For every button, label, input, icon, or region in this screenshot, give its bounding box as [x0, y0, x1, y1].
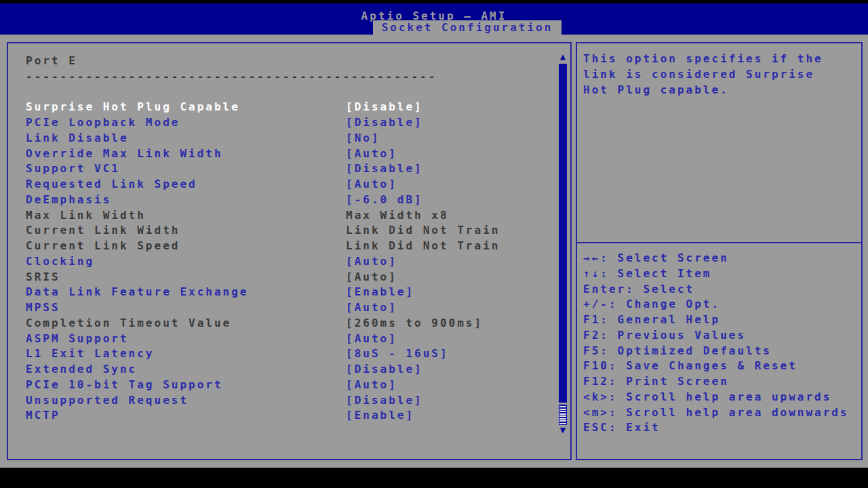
section-title: Port E	[26, 54, 77, 67]
legend-list: →←: Select Screen ↑↓: Select Item Enter:…	[583, 251, 860, 436]
legend-row-3: +/-: Change Opt.	[583, 297, 860, 312]
menu-item-value: [Disable]	[346, 393, 423, 409]
menu-item-value: Max Width x8	[346, 208, 449, 224]
menu-item-surprise-hot-plug-capable[interactable]: Surprise Hot Plug Capable [Disable]	[26, 100, 543, 115]
menu-item-value: [8uS - 16uS]	[346, 346, 449, 362]
menu-item-label: Link Disable	[26, 131, 129, 144]
menu-item-label: PCIe Loopback Mode	[26, 116, 180, 129]
menu-item-label: ASPM Support	[26, 332, 129, 345]
menu-item-pcie-loopback-mode[interactable]: PCIe Loopback Mode [Disable]	[26, 115, 543, 131]
menu-item-value: [Auto]	[346, 378, 397, 393]
menu-item-value: [Disable]	[346, 100, 423, 115]
legend-row-1: ↑↓: Select Item	[583, 266, 860, 282]
menu-item-label: Requested Link Speed	[26, 178, 197, 190]
legend-f2: F2: Previous Values	[583, 328, 860, 344]
section-title-row: Port E	[26, 54, 543, 69]
menu-item-label: Support VC1	[26, 162, 120, 175]
menu-item-value: [Auto]	[346, 177, 397, 192]
menu-item-value: [Auto]	[346, 146, 397, 162]
bios-screen: Aptio Setup – AMI Socket Configuration P…	[0, 0, 868, 488]
legend-m: <m>: Scroll help area downwards	[583, 405, 860, 421]
menu-item-deemphasis[interactable]: DeEmphasis [-6.0 dB]	[26, 192, 543, 208]
menu-item-l1-exit-latency[interactable]: L1 Exit Latency [8uS - 16uS]	[26, 346, 543, 362]
menu-item-label: Current Link Speed	[26, 239, 180, 252]
legend-f1: F1: General Help	[583, 312, 860, 328]
menu-item-value: [Enable]	[346, 408, 414, 424]
scrollbar-up-icon[interactable]: ▲	[557, 52, 568, 61]
menu-item-mpss[interactable]: MPSS [Auto]	[26, 300, 543, 316]
menu-item-value: [-6.0 dB]	[346, 192, 423, 208]
menu-item-max-link-width: Max Link Width Max Width x8	[26, 208, 543, 224]
help-panel: This option specifies if the link is con…	[576, 42, 863, 460]
menu-item-label: Current Link Width	[26, 224, 180, 237]
menu-item-aspm-support[interactable]: ASPM Support [Auto]	[26, 331, 543, 347]
legend-enter: Enter: Select	[583, 282, 860, 298]
menu-item-completion-timeout-value: Completion Timeout Value [260ms to 900ms…	[26, 316, 543, 331]
menu-item-unsupported-request[interactable]: Unsupported Request [Disable]	[26, 393, 543, 409]
menu-item-value: Link Did Not Train	[346, 239, 500, 254]
menu-item-label: Surprise Hot Plug Capable	[26, 100, 240, 113]
menu-item-data-link-feature-exchange[interactable]: Data Link Feature Exchange [Enable]	[26, 285, 543, 300]
menu-item-support-vc1[interactable]: Support VC1 [Disable]	[26, 161, 543, 177]
menu-item-value: [260ms to 900ms]	[346, 316, 483, 331]
blank-row	[26, 85, 543, 100]
menu-item-clocking[interactable]: Clocking [Auto]	[26, 254, 543, 270]
menu-item-extended-sync[interactable]: Extended Sync [Disable]	[26, 362, 543, 378]
menu-item-value: [Disable]	[346, 362, 423, 378]
legend-row-0: →←: Select Screen	[583, 251, 860, 266]
menu-item-mctp[interactable]: MCTP [Enable]	[26, 408, 543, 424]
menu-item-value: [Auto]	[346, 300, 397, 316]
menu-item-pcie-10-bit-tag-support[interactable]: PCIe 10-bit Tag Support [Auto]	[26, 378, 543, 393]
menu-item-value: Link Did Not Train	[346, 223, 500, 239]
scrollbar-thumb[interactable]	[559, 64, 567, 403]
menu-item-label: Extended Sync	[26, 363, 137, 375]
menu-item-label: PCIe 10-bit Tag Support	[26, 378, 223, 391]
menu-item-value: [Auto]	[346, 331, 397, 347]
menu-item-current-link-speed: Current Link Speed Link Did Not Train	[26, 239, 543, 254]
menu-item-label: Clocking	[26, 255, 94, 268]
menu-item-label: Unsupported Request	[26, 394, 189, 407]
menu-list: Surprise Hot Plug Capable [Disable] PCIe…	[26, 100, 543, 424]
menu-item-sris: SRIS [Auto]	[26, 270, 543, 285]
legend-k: <k>: Scroll help area upwards	[583, 390, 860, 405]
tab-socket-configuration[interactable]: Socket Configuration	[373, 20, 561, 35]
section-separator: ----------------------------------------…	[26, 69, 543, 85]
legend-f10: F10: Save Changes & Reset	[583, 359, 860, 374]
menu-item-override-max-link-width[interactable]: Override Max Link Width [Auto]	[26, 146, 543, 162]
menu-item-value: [Disable]	[346, 161, 423, 177]
menu-item-label: MCTP	[26, 409, 60, 422]
legend-esc: ESC: Exit	[583, 420, 860, 436]
settings-panel: Port E ---------------------------------…	[7, 42, 572, 460]
menu-item-current-link-width: Current Link Width Link Did Not Train	[26, 223, 543, 239]
menu-item-label: Max Link Width	[26, 209, 146, 222]
main-area: Port E ---------------------------------…	[0, 35, 868, 468]
menu-item-label: Completion Timeout Value	[26, 317, 231, 329]
help-text: This option specifies if the link is con…	[583, 52, 834, 98]
menu-item-value: [Enable]	[346, 285, 414, 300]
menu-item-label: Override Max Link Width	[26, 147, 223, 160]
menu-item-value: [Auto]	[346, 254, 397, 270]
menu-item-value: [Auto]	[346, 270, 397, 285]
menu-item-label: L1 Exit Latency	[26, 347, 155, 360]
menu-item-label: DeEmphasis	[26, 193, 111, 206]
settings-list-content: Port E ---------------------------------…	[26, 54, 543, 424]
menu-item-link-disable[interactable]: Link Disable [No]	[26, 131, 543, 146]
menu-item-requested-link-speed[interactable]: Requested Link Speed [Auto]	[26, 177, 543, 192]
legend-f12: F12: Print Screen	[583, 374, 860, 390]
menu-item-value: [No]	[346, 131, 380, 146]
scrollbar-track	[559, 405, 567, 425]
legend-f5: F5: Optimized Defaults	[583, 344, 860, 359]
menu-item-label: Data Link Feature Exchange	[26, 285, 248, 298]
help-legend-divider	[577, 242, 861, 243]
menu-item-value: [Disable]	[346, 115, 423, 131]
menu-item-label: MPSS	[26, 301, 60, 314]
menu-item-label: SRIS	[26, 270, 60, 283]
scrollbar-down-icon[interactable]: ▼	[557, 425, 568, 434]
